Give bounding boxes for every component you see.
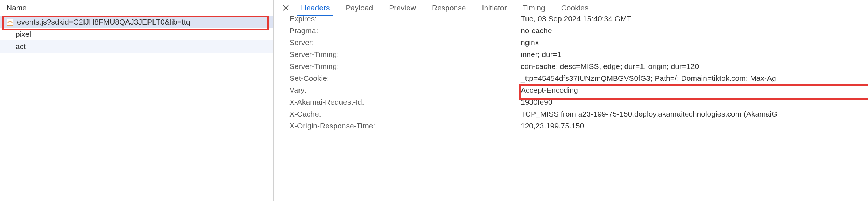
tab-initiator[interactable]: Initiator	[474, 0, 515, 16]
header-name: Server:	[289, 38, 521, 47]
header-name: Server-Timing:	[289, 50, 521, 59]
close-details-button[interactable]	[279, 0, 293, 16]
header-name: Set-Cookie:	[289, 74, 521, 83]
header-name: X-Cache:	[289, 110, 521, 118]
name-column-header[interactable]: Name	[0, 0, 273, 16]
header-name: X-Origin-Response-Time:	[289, 122, 521, 130]
header-row: Vary: Accept-Encoding	[289, 85, 868, 97]
header-row: X-Origin-Response-Time: 120,23.199.75.15…	[289, 121, 868, 133]
tab-preview[interactable]: Preview	[381, 0, 424, 16]
header-name: Vary:	[289, 86, 521, 95]
header-row: X-Cache: TCP_MISS from a23-199-75-150.de…	[289, 109, 868, 121]
request-row[interactable]: pixel	[0, 28, 273, 40]
request-row[interactable]: act	[0, 40, 273, 53]
header-value: 1930fe90	[521, 98, 553, 106]
header-row: Server-Timing: inner; dur=1	[289, 49, 868, 61]
request-list-pane: Name <> events.js?sdkid=C2IJH8FMU8QAJ3JE…	[0, 0, 274, 201]
tab-cookies[interactable]: Cookies	[553, 0, 597, 16]
header-value: Accept-Encoding	[521, 86, 578, 95]
resource-icon	[7, 44, 12, 49]
header-name: Server-Timing:	[289, 62, 521, 71]
details-tabbar: Headers Payload Preview Response Initiat…	[274, 0, 868, 16]
tab-payload[interactable]: Payload	[338, 0, 381, 16]
header-value: 120,23.199.75.150	[521, 122, 584, 130]
close-icon	[283, 5, 289, 11]
resource-icon	[7, 32, 12, 37]
name-column-label: Name	[7, 4, 27, 12]
header-value: _ttp=45454dfs37IUNzmQMBGVS0fG3; Path=/; …	[521, 74, 776, 83]
request-name: events.js?sdkid=C2IJH8FMU8QAJ3JEPLT0&lib…	[17, 18, 190, 26]
header-value: inner; dur=1	[521, 50, 562, 59]
header-value: nginx	[521, 38, 539, 47]
request-rows: <> events.js?sdkid=C2IJH8FMU8QAJ3JEPLT0&…	[0, 16, 273, 53]
request-row[interactable]: <> events.js?sdkid=C2IJH8FMU8QAJ3JEPLT0&…	[0, 16, 273, 28]
tab-headers[interactable]: Headers	[293, 0, 338, 16]
request-name: pixel	[16, 30, 31, 39]
response-headers-list: Expires: Tue, 03 Sep 2024 15:40:34 GMT P…	[274, 16, 868, 201]
request-details-pane: Headers Payload Preview Response Initiat…	[274, 0, 868, 201]
js-file-icon: <>	[7, 19, 13, 26]
header-row: Expires: Tue, 03 Sep 2024 15:40:34 GMT	[289, 16, 868, 26]
header-row: X-Akamai-Request-Id: 1930fe90	[289, 97, 868, 109]
header-row: Pragma: no-cache	[289, 26, 868, 38]
header-name: Expires:	[289, 16, 521, 23]
header-name: Pragma:	[289, 26, 521, 35]
tab-response[interactable]: Response	[424, 0, 474, 16]
request-name: act	[16, 42, 26, 51]
header-value: Tue, 03 Sep 2024 15:40:34 GMT	[521, 16, 631, 23]
header-row: Set-Cookie: _ttp=45454dfs37IUNzmQMBGVS0f…	[289, 73, 868, 85]
tab-timing[interactable]: Timing	[515, 0, 553, 16]
header-row: Server: nginx	[289, 38, 868, 49]
header-value: TCP_MISS from a23-199-75-150.deploy.akam…	[521, 110, 777, 118]
header-value: cdn-cache; desc=MISS, edge; dur=1, origi…	[521, 62, 699, 71]
header-row: Server-Timing: cdn-cache; desc=MISS, edg…	[289, 61, 868, 73]
header-value: no-cache	[521, 26, 552, 35]
header-name: X-Akamai-Request-Id:	[289, 98, 521, 106]
